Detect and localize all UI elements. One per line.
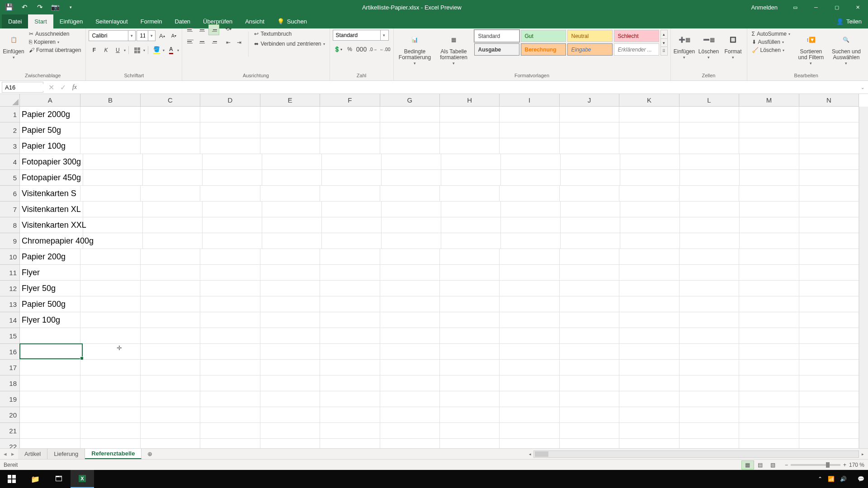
cell[interactable] — [380, 423, 440, 439]
cell[interactable] — [141, 407, 200, 423]
cell[interactable] — [739, 265, 799, 281]
cell[interactable] — [560, 407, 619, 423]
cut-button[interactable]: ✂Ausschneiden — [27, 30, 83, 38]
cell[interactable] — [799, 265, 859, 281]
zoom-out-button[interactable]: − — [785, 462, 788, 468]
cell[interactable] — [83, 154, 143, 170]
cell[interactable] — [799, 407, 859, 423]
cell[interactable] — [441, 217, 501, 233]
cell[interactable] — [262, 154, 322, 170]
column-header-N[interactable]: N — [799, 94, 859, 106]
cell[interactable] — [440, 265, 500, 281]
align-right-button[interactable] — [208, 36, 219, 47]
cell[interactable] — [20, 360, 80, 375]
style-schlecht[interactable]: Schlecht — [614, 30, 659, 42]
column-header-H[interactable]: H — [440, 94, 500, 106]
cell[interactable] — [739, 344, 799, 360]
cell[interactable] — [620, 154, 680, 170]
cell[interactable] — [440, 344, 500, 360]
column-header-L[interactable]: L — [679, 94, 739, 106]
cell[interactable] — [260, 249, 320, 265]
cell[interactable] — [679, 391, 739, 407]
close-button[interactable]: ✕ — [847, 0, 868, 14]
cell[interactable] — [320, 328, 380, 344]
cell[interactable] — [200, 312, 260, 328]
row-header-1[interactable]: 1 — [0, 107, 19, 122]
cell[interactable] — [799, 138, 859, 154]
cell[interactable] — [440, 122, 500, 138]
cell[interactable] — [740, 170, 799, 186]
cell[interactable]: Visitenkarten S — [20, 186, 80, 202]
cell[interactable] — [143, 233, 203, 249]
cell[interactable]: Visitenkarten XL — [20, 202, 83, 217]
cell[interactable] — [799, 344, 859, 360]
cell[interactable] — [500, 344, 559, 360]
expand-formula-bar-button[interactable]: ⌄ — [857, 85, 868, 90]
cell[interactable] — [200, 296, 260, 312]
bold-button[interactable]: F — [89, 45, 99, 56]
cell[interactable] — [322, 154, 382, 170]
cancel-formula-button[interactable]: ✕ — [45, 82, 57, 93]
row-header-2[interactable]: 2 — [0, 122, 19, 138]
format-cells-button[interactable]: 🔲Format▾ — [722, 30, 744, 70]
grow-font-button[interactable]: A▴ — [156, 30, 167, 41]
tab-start[interactable]: Start — [28, 14, 53, 28]
cell[interactable] — [501, 233, 561, 249]
chevron-down-icon[interactable]: ▾ — [380, 30, 387, 40]
cell[interactable] — [679, 296, 739, 312]
cell[interactable] — [382, 154, 441, 170]
cell[interactable] — [620, 202, 680, 217]
cell[interactable] — [203, 170, 262, 186]
style-gut[interactable]: Gut — [521, 30, 566, 42]
cell[interactable] — [500, 360, 559, 375]
cell[interactable] — [561, 202, 620, 217]
delete-cells-button[interactable]: ➖▦Löschen▾ — [698, 30, 720, 70]
cell[interactable] — [262, 202, 322, 217]
cell[interactable] — [679, 360, 739, 375]
column-header-M[interactable]: M — [739, 94, 799, 106]
style-erklaerend[interactable]: Erklärender ... — [614, 43, 659, 56]
cell[interactable] — [620, 233, 680, 249]
style-eingabe[interactable]: Eingabe — [567, 43, 613, 56]
shrink-font-button[interactable]: A▾ — [168, 30, 179, 41]
cell[interactable] — [380, 360, 440, 375]
row-header-15[interactable]: 15 — [0, 328, 19, 344]
cell[interactable] — [440, 360, 500, 375]
sheet-tab-lieferung[interactable]: Lieferung — [47, 449, 85, 459]
cell[interactable] — [382, 202, 441, 217]
cell[interactable] — [320, 344, 380, 360]
cell[interactable] — [20, 391, 80, 407]
cell[interactable] — [679, 423, 739, 439]
cell[interactable] — [561, 217, 620, 233]
cell[interactable]: Chromepapier 400g — [20, 233, 83, 249]
conditional-formatting-button[interactable]: 📊 Bedingte Formatierung▾ — [396, 30, 434, 70]
cell[interactable] — [739, 407, 799, 423]
cell[interactable] — [380, 391, 440, 407]
row-header-14[interactable]: 14 — [0, 312, 19, 328]
cell[interactable] — [679, 281, 739, 296]
row-header-13[interactable]: 13 — [0, 296, 19, 312]
cell[interactable]: Papier 100g — [20, 138, 80, 154]
cell[interactable] — [322, 202, 382, 217]
find-select-button[interactable]: 🔍Suchen und Auswählen▾ — [830, 30, 863, 70]
cell[interactable] — [203, 202, 262, 217]
font-size-input[interactable] — [137, 31, 148, 41]
cell[interactable] — [260, 296, 320, 312]
volume-icon[interactable]: 🔊 — [840, 476, 847, 482]
cell[interactable] — [619, 186, 679, 202]
select-all-button[interactable] — [0, 94, 20, 107]
cell[interactable] — [740, 202, 799, 217]
cell[interactable] — [440, 186, 500, 202]
row-header-11[interactable]: 11 — [0, 265, 19, 281]
tell-me-search[interactable]: 💡Suchen — [271, 14, 313, 28]
column-header-C[interactable]: C — [141, 94, 200, 106]
minimize-button[interactable]: ─ — [806, 0, 826, 14]
cell[interactable] — [500, 423, 559, 439]
qat-customize-icon[interactable]: ▾ — [63, 1, 78, 14]
align-bottom-button[interactable] — [208, 24, 219, 35]
cell[interactable] — [619, 107, 679, 122]
cell[interactable] — [380, 122, 440, 138]
align-left-button[interactable] — [185, 36, 196, 47]
cell[interactable] — [83, 233, 143, 249]
comma-format-button[interactable]: 000 — [356, 44, 367, 55]
